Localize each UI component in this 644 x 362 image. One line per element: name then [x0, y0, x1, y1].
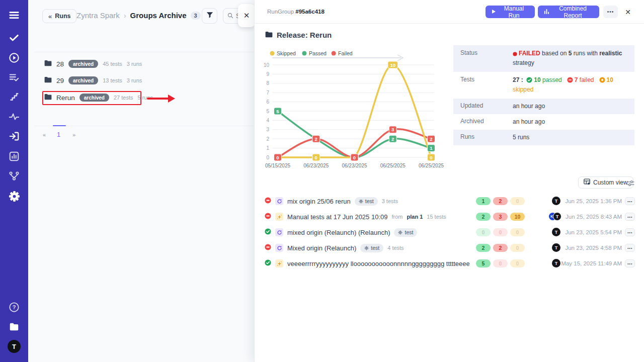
run-row[interactable]: Mixed origin (Relaunch) test 4 tests 2 2… — [265, 240, 637, 255]
runs-value: 5 runs — [513, 130, 631, 145]
svg-text:2: 2 — [430, 136, 432, 142]
run-avatars: T — [549, 243, 564, 252]
combined-report-button[interactable]: Combined Report — [538, 6, 599, 18]
skipped-count: 10 — [607, 76, 613, 83]
svg-text:Passed: Passed — [309, 50, 327, 56]
menu-icon[interactable] — [8, 9, 20, 21]
row-more-button[interactable]: ••• — [625, 244, 635, 252]
steps-icon[interactable] — [8, 91, 20, 103]
passed-pill: 2 — [476, 244, 491, 252]
pagination-prev-button[interactable]: « — [43, 132, 46, 138]
failed-status-icon — [265, 197, 271, 206]
pagination-page-1[interactable]: 1 — [57, 131, 60, 138]
breadcrumb-separator: › — [124, 12, 126, 20]
combined-report-label: Combined Report — [552, 5, 593, 19]
info-row-runs: Runs 5 runs — [453, 130, 634, 145]
svg-text:05/15/2025: 05/15/2025 — [265, 163, 290, 168]
test-tag-badge: test — [360, 244, 383, 252]
failed-dot-icon — [513, 50, 517, 59]
status-text: based on — [542, 50, 567, 57]
group-name: Rerun — [56, 94, 75, 102]
pagination-divider — [34, 126, 254, 126]
info-row-status: Status FAILED based on 5 runs with reali… — [453, 45, 634, 72]
plan-link[interactable]: plan 1 — [407, 214, 423, 220]
branch-icon[interactable] — [8, 170, 20, 182]
skipped-pill: 0 — [510, 259, 525, 267]
from-label: from — [391, 214, 403, 220]
folder-icon — [44, 59, 52, 68]
gear-icon[interactable] — [8, 190, 20, 202]
detail-header: RunGroup #95a6c418 Manual Run Combined R… — [255, 0, 644, 24]
list-check-icon[interactable] — [8, 71, 20, 83]
group-tests-count: 13 tests — [103, 77, 122, 83]
run-title: mix origin 25/06 rerun — [287, 198, 351, 205]
back-label: Runs — [55, 13, 70, 20]
group-row-rerun[interactable]: Rerun archived 27 tests 5 runs — [44, 90, 153, 105]
info-row-updated: Updated an hour ago — [453, 99, 634, 114]
svg-text:0: 0 — [430, 155, 432, 160]
failed-count: 7 — [575, 76, 578, 83]
gear-icon — [364, 246, 369, 250]
back-to-runs-button[interactable]: « Runs — [42, 9, 76, 23]
group-name: 28 — [56, 60, 64, 68]
status-strategy: realistic — [599, 50, 622, 57]
breadcrumb: Zyntra Spark › Groups Archive 3 — [76, 11, 201, 20]
run-title: Mixed origin (Relaunch) — [287, 244, 356, 252]
status-text: strategy — [513, 59, 534, 66]
sliders-icon[interactable] — [626, 178, 635, 188]
run-row[interactable]: Manual tests at 17 Jun 2025 10:09 from p… — [265, 209, 637, 224]
info-label: Status — [453, 45, 513, 72]
svg-text:0: 0 — [266, 155, 269, 160]
pagination-next-button[interactable]: » — [72, 132, 75, 138]
close-detail-button[interactable]: ✕ — [622, 7, 633, 18]
run-tests-count: 3 tests — [382, 198, 398, 204]
groups-count-badge: 3 — [191, 12, 201, 20]
run-row[interactable]: veeeerrrrryyyyyyyyyy llooooooooooonnnnng… — [265, 256, 637, 271]
folder-icon[interactable] — [8, 321, 20, 333]
run-date: Jun 25, 2025 8:43 AM — [566, 214, 622, 220]
groups-panel: « Runs Zyntra Spark › Groups Archive 3 ✕… — [28, 0, 254, 362]
relaunch-origin-icon — [275, 228, 283, 236]
svg-text:0: 0 — [276, 155, 279, 160]
row-more-button[interactable]: ••• — [625, 259, 635, 267]
run-row[interactable]: mix origin 25/06 rerun test 3 tests 1 2 … — [265, 194, 637, 209]
breadcrumb-project[interactable]: Zyntra Spark — [76, 11, 120, 20]
manual-run-button[interactable]: Manual Run — [486, 6, 535, 18]
user-avatar[interactable]: T — [8, 340, 21, 353]
bar-chart-icon — [544, 9, 549, 16]
more-actions-button[interactable]: ••• — [603, 6, 618, 18]
filter-button[interactable] — [202, 8, 217, 24]
svg-text:9: 9 — [266, 71, 269, 77]
svg-text:4: 4 — [266, 118, 269, 123]
import-icon[interactable] — [8, 130, 20, 142]
relaunch-origin-icon — [275, 197, 283, 205]
svg-text:5: 5 — [276, 109, 279, 114]
svg-text:2: 2 — [391, 136, 394, 142]
run-tests-count: 15 tests — [427, 214, 446, 220]
run-date: Jun 23, 2025 5:54 PM — [565, 229, 622, 235]
row-more-button[interactable]: ••• — [625, 228, 635, 236]
run-avatars: T — [549, 197, 564, 206]
status-runs-n: 5 — [569, 50, 572, 57]
row-more-button[interactable]: ••• — [625, 197, 635, 205]
svg-text:?: ? — [13, 304, 16, 310]
group-row-28[interactable]: 28 archived 45 tests 3 runs — [44, 56, 142, 71]
run-row[interactable]: mixed origin (Relaunch) (Relaunch) test … — [265, 225, 637, 240]
info-label: Runs — [453, 130, 513, 145]
activity-icon[interactable] — [8, 111, 20, 123]
failed-pill: 0 — [493, 259, 508, 267]
relaunch-origin-icon — [275, 244, 283, 252]
svg-text:10: 10 — [264, 62, 270, 68]
custom-view-button[interactable]: Custom view — [578, 176, 633, 189]
group-row-29[interactable]: 29 archived 13 tests 3 runs — [44, 73, 142, 88]
help-icon[interactable]: ? — [8, 301, 20, 313]
manual-origin-icon — [275, 259, 283, 267]
panel-close-button[interactable]: ✕ — [238, 4, 255, 27]
checks-icon[interactable] — [8, 32, 20, 44]
row-more-button[interactable]: ••• — [625, 213, 635, 221]
play-circle-icon[interactable] — [8, 52, 20, 64]
rungroup-detail-panel: RunGroup #95a6c418 Manual Run Combined R… — [254, 0, 644, 362]
manual-origin-icon — [275, 213, 283, 221]
test-tag-badge: test — [355, 197, 378, 206]
bar-chart-icon[interactable] — [8, 150, 20, 162]
